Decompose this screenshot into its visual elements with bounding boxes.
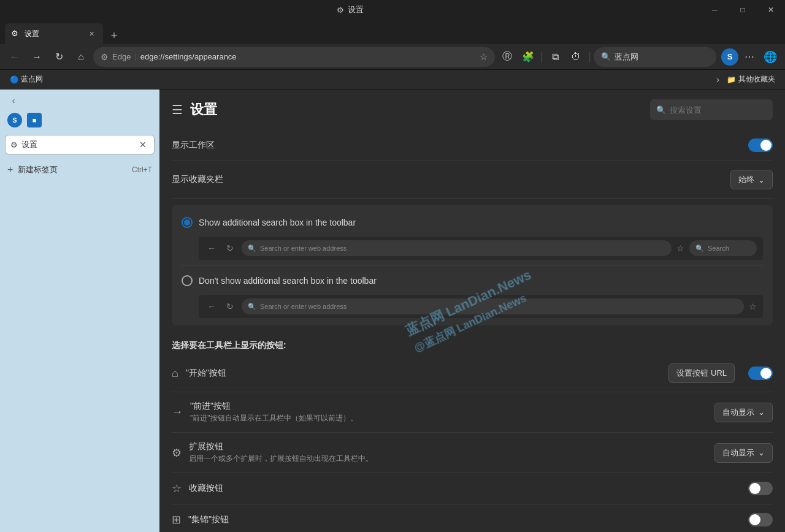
- minimize-button[interactable]: ─: [700, 0, 729, 20]
- forward-button[interactable]: →: [27, 47, 47, 67]
- search-box-option-show: Show additional search box in the toolba…: [182, 212, 763, 233]
- sidebar-search-clear[interactable]: ✕: [137, 139, 149, 151]
- back-button[interactable]: ←: [5, 47, 25, 67]
- forward-button-label: "前进"按钮: [190, 401, 707, 412]
- forward-button-row: → "前进"按钮 "前进"按钮自动显示在工具栏中（如果可以前进）。 自动显示 ⌄: [172, 392, 773, 433]
- address-bar[interactable]: ⚙ Edge | edge://settings/appearance ☆: [93, 47, 495, 67]
- collections-toggle-knob: [749, 514, 760, 525]
- more-button[interactable]: ⋯: [740, 47, 759, 67]
- radio-show-search[interactable]: [182, 217, 193, 228]
- tab-close-button[interactable]: ✕: [86, 28, 97, 39]
- mock-back-icon-2: ←: [205, 300, 218, 313]
- search-bar[interactable]: 🔍 蓝点网: [594, 47, 716, 67]
- collections-button-toggle[interactable]: [748, 513, 773, 526]
- show-workspace-row: 显示工作区: [172, 130, 773, 161]
- forward-button-sub: "前进"按钮自动显示在工具栏中（如果可以前进）。: [190, 413, 707, 424]
- favorites-button-toggle[interactable]: [748, 482, 773, 495]
- new-tab-label: 新建标签页: [18, 164, 58, 175]
- mock-search-bar-1: 🔍 Search: [689, 240, 757, 256]
- sidebar-search[interactable]: ⚙ ✕: [5, 135, 155, 154]
- new-tab-sidebar-item[interactable]: + 新建标签页 Ctrl+T: [0, 159, 159, 180]
- search-box-option-hide: Don't show additional search box in the …: [182, 270, 763, 291]
- collections-button-label: "集锦"按钮: [188, 514, 741, 525]
- split-view-button[interactable]: ⧉: [545, 47, 565, 67]
- show-workspace-label: 显示工作区: [172, 140, 741, 151]
- titlebar: ⚙ 设置 ─ □ ✕: [0, 0, 785, 20]
- window-title-text: 设置: [348, 4, 364, 15]
- favorites-button-label: 收藏按钮: [189, 483, 741, 494]
- home-button[interactable]: ⌂: [71, 47, 91, 67]
- mock-refresh-icon-2: ↻: [223, 300, 237, 313]
- bookmarks-bar: 🔵 蓝点网 › 📁 其他收藏夹: [0, 70, 785, 89]
- bookmark-label: 蓝点网: [21, 74, 43, 85]
- sidebar-search-input[interactable]: [21, 140, 133, 150]
- home-button-toggle[interactable]: [748, 367, 773, 380]
- address-separator: |: [134, 52, 136, 61]
- settings-search-icon: 🔍: [656, 105, 666, 115]
- extensions-dropdown-chevron: ⌄: [758, 448, 765, 457]
- mock-star-2: ☆: [749, 302, 757, 311]
- bookmarks-nav-arrow[interactable]: ›: [716, 74, 719, 85]
- collections-icon: ⊞: [172, 513, 181, 526]
- search-text: 蓝点网: [615, 51, 638, 63]
- main-layout: ‹ S ■ ⚙ ✕ + 新建标签页 Ctrl+T ☰ 设置 🔍: [0, 89, 785, 532]
- mock-search-icon-2: 🔍: [248, 303, 256, 311]
- tab-label: 设置: [25, 29, 82, 39]
- folder-icon: 📁: [727, 75, 736, 84]
- maximize-button[interactable]: □: [729, 0, 757, 20]
- dropdown-chevron: ⌄: [758, 175, 765, 184]
- extensions-button[interactable]: 🧩: [518, 47, 538, 67]
- mock-address-bar-2: 🔍 Search or enter web address: [242, 298, 744, 314]
- active-tab[interactable]: ⚙ 设置 ✕: [5, 23, 103, 44]
- extensions-button-row: ⚙ 扩展按钮 启用一个或多个扩展时，扩展按钮自动出现在工具栏中。 自动显示 ⌄: [172, 433, 773, 473]
- sidebar-collapse-button[interactable]: ‹: [5, 92, 22, 109]
- sidebar-avatar-s[interactable]: S: [7, 113, 22, 127]
- settings-panel: ☰ 设置 🔍 显示工作区 显示收藏夹栏 始终 ⌄: [159, 89, 785, 532]
- settings-search[interactable]: 🔍: [650, 99, 773, 120]
- search-icon: 🔍: [601, 52, 611, 61]
- toolbar-right: Ⓡ 🧩 | ⧉ ⏱ | 🔍 蓝点网 S ⋯ 🌐: [497, 47, 780, 67]
- forward-dropdown-chevron: ⌄: [758, 408, 765, 417]
- toolbar-buttons-title: 选择要在工具栏上显示的按钮:: [172, 332, 773, 355]
- refresh-button[interactable]: ↻: [49, 47, 69, 67]
- show-bookmarks-dropdown[interactable]: 始终 ⌄: [730, 170, 773, 189]
- tab-favicon: ⚙: [11, 29, 21, 39]
- favorites-button-row: ☆ 收藏按钮: [172, 473, 773, 504]
- favorite-icon[interactable]: ☆: [480, 51, 488, 63]
- window-title-icon: ⚙: [337, 6, 344, 15]
- search-box-section: Show additional search box in the toolba…: [172, 205, 773, 325]
- titlebar-controls: ─ □ ✕: [700, 0, 785, 20]
- mock-search-text-1: Search: [708, 245, 729, 252]
- new-tab-button[interactable]: +: [105, 27, 123, 44]
- settings-tab-icon: ⚙: [10, 140, 18, 150]
- settings-search-input[interactable]: [670, 105, 773, 115]
- set-home-url-button[interactable]: 设置按钮 URL: [668, 363, 735, 383]
- reader-button[interactable]: Ⓡ: [497, 47, 517, 67]
- favorites-icon: ☆: [172, 482, 182, 495]
- edge-icon-button[interactable]: 🌐: [760, 47, 780, 67]
- settings-title: 设置: [190, 101, 643, 119]
- settings-header: ☰ 设置 🔍: [159, 89, 785, 130]
- address-text: edge://settings/appearance: [140, 52, 476, 61]
- mock-toolbar-option2: ← ↻ 🔍 Search or enter web address ☆: [199, 295, 763, 318]
- settings-menu-icon[interactable]: ☰: [172, 102, 183, 117]
- mock-refresh-icon: ↻: [223, 241, 237, 255]
- close-button[interactable]: ✕: [757, 0, 785, 20]
- tabbar: ⚙ 设置 ✕ +: [0, 20, 785, 44]
- sidebar-avatar-blue[interactable]: ■: [27, 113, 42, 127]
- radio-hide-search-label: Don't show additional search box in the …: [199, 276, 377, 286]
- user-avatar[interactable]: S: [721, 48, 738, 66]
- bookmark-item-landian[interactable]: 🔵 蓝点网: [5, 73, 48, 86]
- extensions-button-dropdown[interactable]: 自动显示 ⌄: [714, 443, 773, 463]
- radio-hide-search[interactable]: [182, 275, 193, 286]
- show-workspace-toggle[interactable]: [748, 139, 773, 152]
- forward-button-dropdown[interactable]: 自动显示 ⌄: [714, 403, 773, 422]
- forward-icon: →: [172, 406, 183, 419]
- other-bookmarks[interactable]: 📁 其他收藏夹: [722, 73, 780, 86]
- extensions-dropdown-value: 自动显示: [722, 447, 754, 458]
- bookmark-favicon: 🔵: [10, 75, 18, 84]
- mock-search-icon-1: 🔍: [248, 245, 256, 253]
- mock-address-bar-1: 🔍 Search or enter web address: [242, 240, 672, 256]
- history-button[interactable]: ⏱: [566, 47, 586, 67]
- home-button-label: "开始"按钮: [186, 368, 662, 379]
